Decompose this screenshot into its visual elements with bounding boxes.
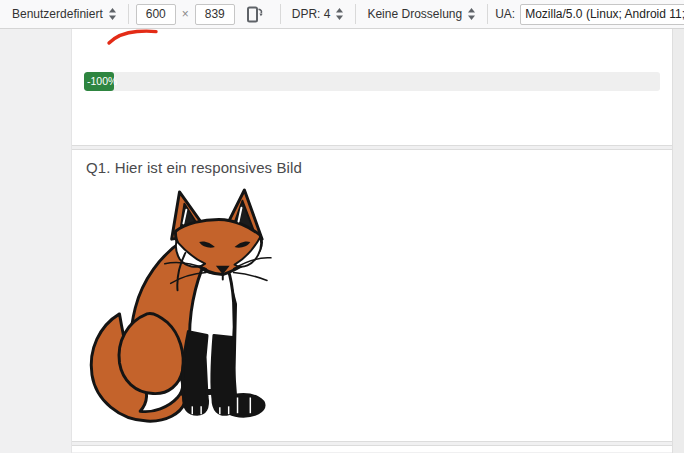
chevron-updown-icon — [108, 7, 117, 21]
toolbar-separator — [355, 4, 356, 24]
throttling-label: Keine Drosselung — [367, 7, 462, 21]
toolbar-separator — [487, 4, 488, 24]
fox-front-leg-left — [183, 332, 208, 415]
user-agent-input[interactable] — [520, 4, 684, 25]
chevron-updown-icon — [335, 7, 344, 21]
dpr-select[interactable]: DPR: 4 — [288, 7, 349, 21]
device-preset-label: Benutzerdefiniert — [12, 7, 103, 21]
chevron-updown-icon — [467, 7, 476, 21]
device-preset-select[interactable]: Benutzerdefiniert — [8, 7, 121, 21]
viewport-area: -100% Q1. Hier ist ein responsives Bild — [0, 29, 684, 453]
viewport-height-input[interactable] — [195, 4, 235, 25]
fox-front-leg-right — [212, 336, 236, 415]
question-title: Q1. Hier ist ein responsives Bild — [86, 159, 658, 176]
next-question-card — [72, 445, 672, 452]
devtools-responsive-view: Benutzerdefiniert × DPR: 4 Keine Dr — [0, 0, 684, 453]
rotate-viewport-icon — [245, 4, 265, 24]
user-agent-group: UA: — [495, 4, 684, 25]
viewport-width-input[interactable] — [136, 4, 176, 25]
progress-label: -100% — [87, 75, 117, 87]
ua-label: UA: — [495, 7, 515, 21]
toolbar-separator — [280, 4, 281, 24]
fox-image — [86, 188, 273, 426]
survey-page: -100% Q1. Hier ist ein responsives Bild — [71, 29, 672, 453]
question-card: Q1. Hier ist ein responsives Bild — [72, 149, 672, 442]
progress-bar-fill: -100% — [84, 72, 114, 91]
dpr-label: DPR: 4 — [292, 7, 331, 21]
progress-section: -100% — [72, 29, 672, 146]
toolbar-separator — [128, 4, 129, 24]
page-scrollbar[interactable] — [672, 29, 684, 453]
device-toolbar: Benutzerdefiniert × DPR: 4 Keine Dr — [0, 0, 684, 29]
throttling-select[interactable]: Keine Drosselung — [363, 7, 480, 21]
dimension-times-label: × — [182, 7, 189, 21]
progress-bar-track: -100% — [84, 72, 660, 91]
rotate-viewport-button[interactable] — [245, 4, 265, 24]
